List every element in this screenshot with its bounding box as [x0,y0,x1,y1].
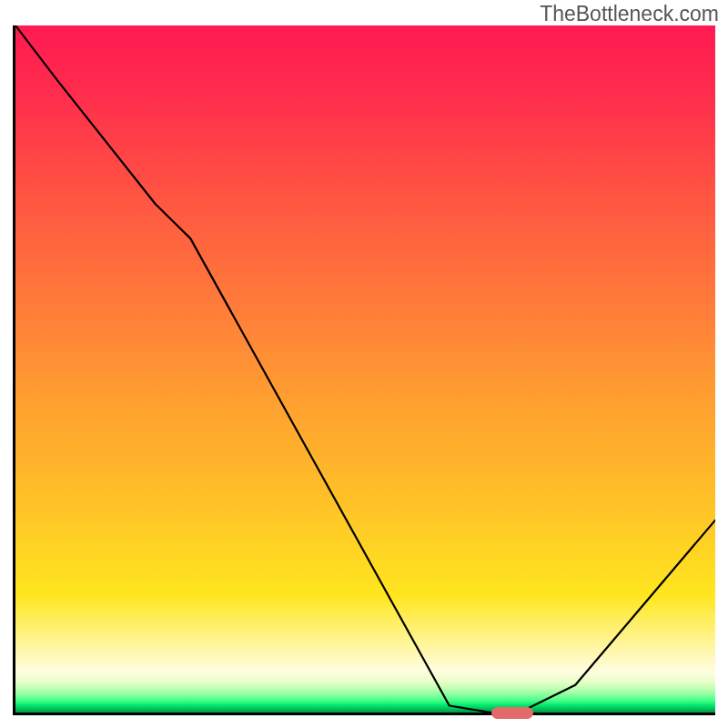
watermark-text: TheBottleneck.com [540,2,719,26]
bottleneck-curve-path [15,25,715,713]
curve-svg [15,25,715,713]
optimal-range-marker [491,707,533,719]
chart-container: TheBottleneck.com [0,0,728,728]
plot-area [13,25,715,715]
